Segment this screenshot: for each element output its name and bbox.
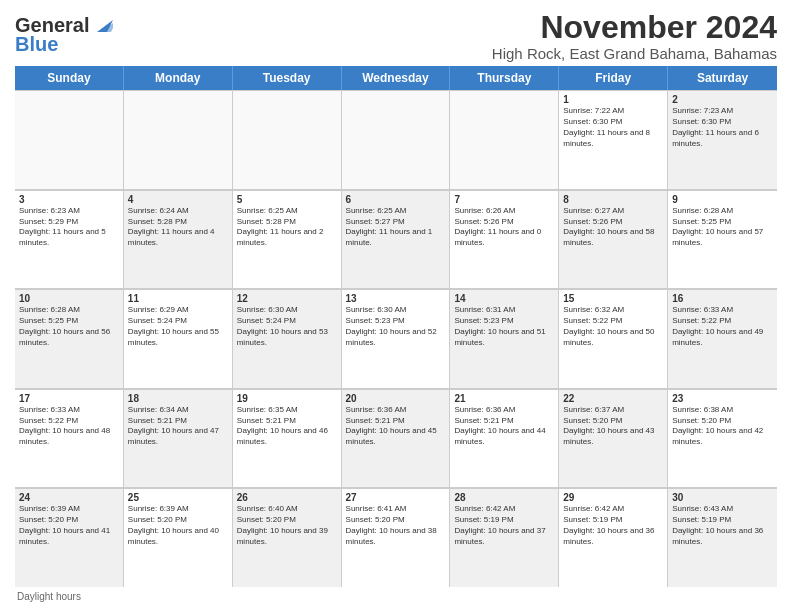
day-info: Sunrise: 6:39 AM Sunset: 5:20 PM Dayligh… bbox=[19, 504, 119, 547]
day-info: Sunrise: 6:43 AM Sunset: 5:19 PM Dayligh… bbox=[672, 504, 773, 547]
day-info: Sunrise: 6:30 AM Sunset: 5:23 PM Dayligh… bbox=[346, 305, 446, 348]
cal-header-tuesday: Tuesday bbox=[233, 66, 342, 90]
page-subtitle: High Rock, East Grand Bahama, Bahamas bbox=[492, 45, 777, 62]
cal-cell: 6Sunrise: 6:25 AM Sunset: 5:27 PM Daylig… bbox=[342, 190, 451, 289]
day-number: 4 bbox=[128, 194, 228, 205]
cal-cell: 12Sunrise: 6:30 AM Sunset: 5:24 PM Dayli… bbox=[233, 289, 342, 388]
calendar-header: SundayMondayTuesdayWednesdayThursdayFrid… bbox=[15, 66, 777, 90]
day-number: 9 bbox=[672, 194, 773, 205]
day-number: 22 bbox=[563, 393, 663, 404]
cal-cell: 11Sunrise: 6:29 AM Sunset: 5:24 PM Dayli… bbox=[124, 289, 233, 388]
day-number: 27 bbox=[346, 492, 446, 503]
header: General Blue November 2024 High Rock, Ea… bbox=[15, 10, 777, 62]
day-number: 16 bbox=[672, 293, 773, 304]
day-info: Sunrise: 6:41 AM Sunset: 5:20 PM Dayligh… bbox=[346, 504, 446, 547]
day-info: Sunrise: 6:24 AM Sunset: 5:28 PM Dayligh… bbox=[128, 206, 228, 249]
cal-week-3: 10Sunrise: 6:28 AM Sunset: 5:25 PM Dayli… bbox=[15, 289, 777, 389]
cal-week-2: 3Sunrise: 6:23 AM Sunset: 5:29 PM Daylig… bbox=[15, 190, 777, 290]
cal-cell: 30Sunrise: 6:43 AM Sunset: 5:19 PM Dayli… bbox=[668, 488, 777, 587]
cal-cell: 3Sunrise: 6:23 AM Sunset: 5:29 PM Daylig… bbox=[15, 190, 124, 289]
cal-header-sunday: Sunday bbox=[15, 66, 124, 90]
cal-cell: 1Sunrise: 7:22 AM Sunset: 6:30 PM Daylig… bbox=[559, 90, 668, 189]
day-info: Sunrise: 6:42 AM Sunset: 5:19 PM Dayligh… bbox=[454, 504, 554, 547]
day-number: 11 bbox=[128, 293, 228, 304]
day-number: 20 bbox=[346, 393, 446, 404]
calendar-body: 1Sunrise: 7:22 AM Sunset: 6:30 PM Daylig… bbox=[15, 90, 777, 587]
day-info: Sunrise: 6:31 AM Sunset: 5:23 PM Dayligh… bbox=[454, 305, 554, 348]
day-info: Sunrise: 6:33 AM Sunset: 5:22 PM Dayligh… bbox=[19, 405, 119, 448]
cal-cell: 8Sunrise: 6:27 AM Sunset: 5:26 PM Daylig… bbox=[559, 190, 668, 289]
day-info: Sunrise: 6:40 AM Sunset: 5:20 PM Dayligh… bbox=[237, 504, 337, 547]
day-number: 2 bbox=[672, 94, 773, 105]
cal-header-friday: Friday bbox=[559, 66, 668, 90]
day-info: Sunrise: 7:22 AM Sunset: 6:30 PM Dayligh… bbox=[563, 106, 663, 149]
cal-week-1: 1Sunrise: 7:22 AM Sunset: 6:30 PM Daylig… bbox=[15, 90, 777, 190]
day-number: 15 bbox=[563, 293, 663, 304]
cal-header-saturday: Saturday bbox=[668, 66, 777, 90]
cal-cell: 20Sunrise: 6:36 AM Sunset: 5:21 PM Dayli… bbox=[342, 389, 451, 488]
cal-cell: 13Sunrise: 6:30 AM Sunset: 5:23 PM Dayli… bbox=[342, 289, 451, 388]
day-info: Sunrise: 6:23 AM Sunset: 5:29 PM Dayligh… bbox=[19, 206, 119, 249]
day-number: 12 bbox=[237, 293, 337, 304]
cal-cell: 22Sunrise: 6:37 AM Sunset: 5:20 PM Dayli… bbox=[559, 389, 668, 488]
day-number: 14 bbox=[454, 293, 554, 304]
day-info: Sunrise: 6:42 AM Sunset: 5:19 PM Dayligh… bbox=[563, 504, 663, 547]
day-info: Sunrise: 6:30 AM Sunset: 5:24 PM Dayligh… bbox=[237, 305, 337, 348]
day-number: 25 bbox=[128, 492, 228, 503]
day-number: 5 bbox=[237, 194, 337, 205]
day-number: 1 bbox=[563, 94, 663, 105]
cal-cell bbox=[124, 90, 233, 189]
cal-cell: 2Sunrise: 7:23 AM Sunset: 6:30 PM Daylig… bbox=[668, 90, 777, 189]
cal-cell: 18Sunrise: 6:34 AM Sunset: 5:21 PM Dayli… bbox=[124, 389, 233, 488]
cal-cell: 14Sunrise: 6:31 AM Sunset: 5:23 PM Dayli… bbox=[450, 289, 559, 388]
day-info: Sunrise: 6:25 AM Sunset: 5:27 PM Dayligh… bbox=[346, 206, 446, 249]
cal-cell: 4Sunrise: 6:24 AM Sunset: 5:28 PM Daylig… bbox=[124, 190, 233, 289]
day-info: Sunrise: 6:28 AM Sunset: 5:25 PM Dayligh… bbox=[19, 305, 119, 348]
day-number: 21 bbox=[454, 393, 554, 404]
calendar: SundayMondayTuesdayWednesdayThursdayFrid… bbox=[15, 66, 777, 587]
day-number: 6 bbox=[346, 194, 446, 205]
cal-cell: 19Sunrise: 6:35 AM Sunset: 5:21 PM Dayli… bbox=[233, 389, 342, 488]
day-number: 13 bbox=[346, 293, 446, 304]
cal-cell: 5Sunrise: 6:25 AM Sunset: 5:28 PM Daylig… bbox=[233, 190, 342, 289]
footer-note: Daylight hours bbox=[15, 591, 777, 602]
cal-cell: 9Sunrise: 6:28 AM Sunset: 5:25 PM Daylig… bbox=[668, 190, 777, 289]
cal-cell: 7Sunrise: 6:26 AM Sunset: 5:26 PM Daylig… bbox=[450, 190, 559, 289]
cal-cell bbox=[15, 90, 124, 189]
day-number: 7 bbox=[454, 194, 554, 205]
day-info: Sunrise: 6:35 AM Sunset: 5:21 PM Dayligh… bbox=[237, 405, 337, 448]
cal-week-5: 24Sunrise: 6:39 AM Sunset: 5:20 PM Dayli… bbox=[15, 488, 777, 587]
day-info: Sunrise: 6:34 AM Sunset: 5:21 PM Dayligh… bbox=[128, 405, 228, 448]
day-info: Sunrise: 6:28 AM Sunset: 5:25 PM Dayligh… bbox=[672, 206, 773, 249]
day-info: Sunrise: 6:37 AM Sunset: 5:20 PM Dayligh… bbox=[563, 405, 663, 448]
logo: General Blue bbox=[15, 14, 113, 56]
logo-icon bbox=[91, 14, 113, 36]
cal-cell bbox=[233, 90, 342, 189]
page-title: November 2024 bbox=[492, 10, 777, 45]
cal-cell: 29Sunrise: 6:42 AM Sunset: 5:19 PM Dayli… bbox=[559, 488, 668, 587]
cal-header-thursday: Thursday bbox=[450, 66, 559, 90]
day-info: Sunrise: 6:26 AM Sunset: 5:26 PM Dayligh… bbox=[454, 206, 554, 249]
day-info: Sunrise: 6:25 AM Sunset: 5:28 PM Dayligh… bbox=[237, 206, 337, 249]
logo-blue: Blue bbox=[15, 33, 58, 56]
day-number: 10 bbox=[19, 293, 119, 304]
day-number: 19 bbox=[237, 393, 337, 404]
day-number: 28 bbox=[454, 492, 554, 503]
day-info: Sunrise: 6:38 AM Sunset: 5:20 PM Dayligh… bbox=[672, 405, 773, 448]
day-number: 23 bbox=[672, 393, 773, 404]
cal-cell: 23Sunrise: 6:38 AM Sunset: 5:20 PM Dayli… bbox=[668, 389, 777, 488]
cal-cell bbox=[450, 90, 559, 189]
day-number: 3 bbox=[19, 194, 119, 205]
day-info: Sunrise: 6:36 AM Sunset: 5:21 PM Dayligh… bbox=[346, 405, 446, 448]
day-info: Sunrise: 6:33 AM Sunset: 5:22 PM Dayligh… bbox=[672, 305, 773, 348]
day-info: Sunrise: 6:32 AM Sunset: 5:22 PM Dayligh… bbox=[563, 305, 663, 348]
cal-week-4: 17Sunrise: 6:33 AM Sunset: 5:22 PM Dayli… bbox=[15, 389, 777, 489]
cal-cell: 16Sunrise: 6:33 AM Sunset: 5:22 PM Dayli… bbox=[668, 289, 777, 388]
cal-header-monday: Monday bbox=[124, 66, 233, 90]
day-number: 8 bbox=[563, 194, 663, 205]
day-number: 24 bbox=[19, 492, 119, 503]
page: General Blue November 2024 High Rock, Ea… bbox=[0, 0, 792, 612]
day-number: 30 bbox=[672, 492, 773, 503]
cal-cell: 27Sunrise: 6:41 AM Sunset: 5:20 PM Dayli… bbox=[342, 488, 451, 587]
cal-cell: 21Sunrise: 6:36 AM Sunset: 5:21 PM Dayli… bbox=[450, 389, 559, 488]
